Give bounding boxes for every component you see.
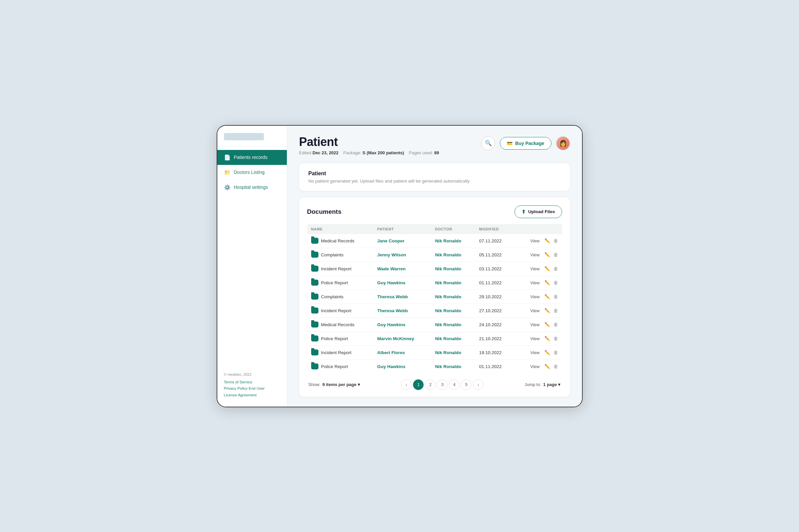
search-button[interactable]: 🔍 [481, 136, 495, 150]
terms-of-service-link[interactable]: Terms of Service [224, 379, 280, 386]
edit-icon[interactable]: ✏️ [544, 266, 550, 271]
prev-page-button[interactable]: ‹ [401, 379, 412, 390]
doctor-link[interactable]: Nik Ronaldo [435, 266, 461, 271]
row-actions-cell: View ✏️ 🗑 [514, 318, 562, 331]
view-button[interactable]: View [529, 280, 541, 286]
view-button[interactable]: View [529, 293, 541, 300]
avatar-icon: 👩 [559, 140, 567, 147]
row-doctor-cell: Nik Ronaldo [431, 331, 475, 345]
delete-icon[interactable]: 🗑 [553, 238, 558, 243]
view-button[interactable]: View [529, 363, 541, 370]
buy-package-card-icon: 💳 [507, 141, 512, 146]
view-button[interactable]: View [529, 252, 541, 258]
edit-icon[interactable]: ✏️ [544, 322, 550, 327]
privacy-policy-link[interactable]: Privacy Policy End User [224, 385, 280, 392]
doc-name: Incident Report [321, 266, 352, 271]
documents-table: NAME PATIENT DOCTOR MODIFIED Medical Rec… [307, 224, 562, 374]
folder-icon [311, 280, 319, 286]
edit-icon[interactable]: ✏️ [544, 308, 550, 313]
delete-icon[interactable]: 🗑 [553, 308, 558, 313]
delete-icon[interactable]: 🗑 [553, 266, 558, 271]
view-button[interactable]: View [529, 307, 541, 314]
row-actions-cell: View ✏️ 🗑 [514, 359, 562, 374]
edit-icon[interactable]: ✏️ [544, 364, 550, 369]
header-right: 🔍 💳 Buy Package 👩 [481, 135, 570, 150]
patient-link[interactable]: Theresa Webb [377, 294, 408, 299]
row-patient-cell: Guy Hawkins [374, 276, 431, 290]
doctor-link[interactable]: Nik Ronaldo [435, 280, 461, 285]
page-button-5[interactable]: 5 [461, 379, 472, 390]
doctor-link[interactable]: Nik Ronaldo [435, 322, 461, 327]
edit-icon[interactable]: ✏️ [544, 336, 550, 341]
patient-link[interactable]: Guy Hawkins [377, 280, 406, 285]
patient-link[interactable]: Jenny Wilson [377, 252, 406, 258]
delete-icon[interactable]: 🗑 [553, 364, 558, 369]
edit-icon[interactable]: ✏️ [544, 280, 550, 285]
table-row: Medical Records Jane Cooper Nik Ronaldo … [307, 234, 562, 248]
page-button-1[interactable]: 1 [413, 379, 424, 390]
patient-link[interactable]: Wade Warren [377, 266, 406, 271]
row-patient-cell: Jane Cooper [374, 234, 431, 248]
content-area: Patient No patient generated yet. Upload… [287, 155, 582, 407]
page-button-4[interactable]: 4 [449, 379, 459, 390]
sidebar: 📄 Patients records 📁 Doctors Listing ⚙️ … [217, 126, 287, 407]
edit-icon[interactable]: ✏️ [544, 350, 550, 355]
table-row: Medical Records Guy Hawkins Nik Ronaldo … [307, 318, 562, 331]
folder-icon [311, 293, 319, 300]
doctor-link[interactable]: Nik Ronaldo [435, 252, 461, 258]
delete-icon[interactable]: 🗑 [553, 252, 558, 258]
sidebar-item-hospital-settings[interactable]: ⚙️ Hospital settings [217, 180, 287, 195]
doctor-link[interactable]: Nik Ronaldo [435, 364, 461, 369]
patient-link[interactable]: Theresa Webb [377, 308, 408, 313]
edit-icon[interactable]: ✏️ [544, 294, 550, 299]
folder-icon [311, 266, 319, 272]
delete-icon[interactable]: 🗑 [553, 350, 558, 355]
edit-icon[interactable]: ✏️ [544, 238, 550, 243]
patient-link[interactable]: Albert Flores [377, 350, 405, 355]
items-per-page-dropdown[interactable]: 9 items per page ▾ [323, 382, 360, 387]
row-actions-cell: View ✏️ 🗑 [514, 262, 562, 276]
patient-link[interactable]: Marvin McKinney [377, 336, 414, 341]
view-button[interactable]: View [529, 266, 541, 272]
row-name-cell: Police Report [307, 331, 374, 345]
jump-dropdown[interactable]: 1 page ▾ [543, 382, 560, 387]
row-patient-cell: Theresa Webb [374, 304, 431, 318]
page-button-3[interactable]: 3 [437, 379, 448, 390]
delete-icon[interactable]: 🗑 [553, 336, 558, 341]
buy-package-button[interactable]: 💳 Buy Package [500, 137, 551, 150]
patient-link[interactable]: Guy Hawkins [377, 364, 406, 369]
view-button[interactable]: View [529, 336, 541, 342]
sidebar-item-patients-records[interactable]: 📄 Patients records [217, 150, 287, 165]
doctor-link[interactable]: Nik Ronaldo [435, 294, 461, 299]
row-name-cell: Medical Records [307, 234, 374, 248]
delete-icon[interactable]: 🗑 [553, 294, 558, 299]
row-patient-cell: Albert Flores [374, 345, 431, 359]
edit-icon[interactable]: ✏️ [544, 252, 550, 258]
doc-name: Medical Records [321, 239, 355, 243]
delete-icon[interactable]: 🗑 [553, 322, 558, 327]
view-button[interactable]: View [529, 322, 541, 328]
page-button-2[interactable]: 2 [425, 379, 436, 390]
row-name-cell: Incident Report [307, 262, 374, 276]
delete-icon[interactable]: 🗑 [553, 280, 558, 285]
sidebar-item-label-doctors: Doctors Listing [234, 170, 265, 175]
license-agreement-link[interactable]: License Agreement [224, 392, 280, 399]
view-button[interactable]: View [529, 349, 541, 356]
upload-icon: ⬆ [522, 209, 526, 215]
edited-label: Edited [299, 150, 311, 155]
doctor-link[interactable]: Nik Ronaldo [435, 308, 461, 313]
patient-link[interactable]: Guy Hawkins [377, 322, 406, 327]
row-name-cell: Complaints [307, 290, 374, 304]
view-button[interactable]: View [529, 238, 541, 244]
col-doctor: DOCTOR [431, 224, 475, 234]
doctor-link[interactable]: Nik Ronaldo [435, 350, 461, 355]
doctor-link[interactable]: Nik Ronaldo [435, 336, 461, 341]
patient-link[interactable]: Jane Cooper [377, 239, 405, 243]
show-select: Show: 9 items per page ▾ [308, 382, 360, 387]
sidebar-item-doctors-listing[interactable]: 📁 Doctors Listing [217, 165, 287, 180]
next-page-button[interactable]: › [473, 379, 484, 390]
page-meta: Edited Dec 23, 2022 Package: S (Max 200 … [299, 150, 439, 155]
upload-files-button[interactable]: ⬆ Upload Files [514, 206, 562, 218]
user-avatar[interactable]: 👩 [556, 136, 570, 150]
doctor-link[interactable]: Nik Ronaldo [435, 239, 461, 243]
